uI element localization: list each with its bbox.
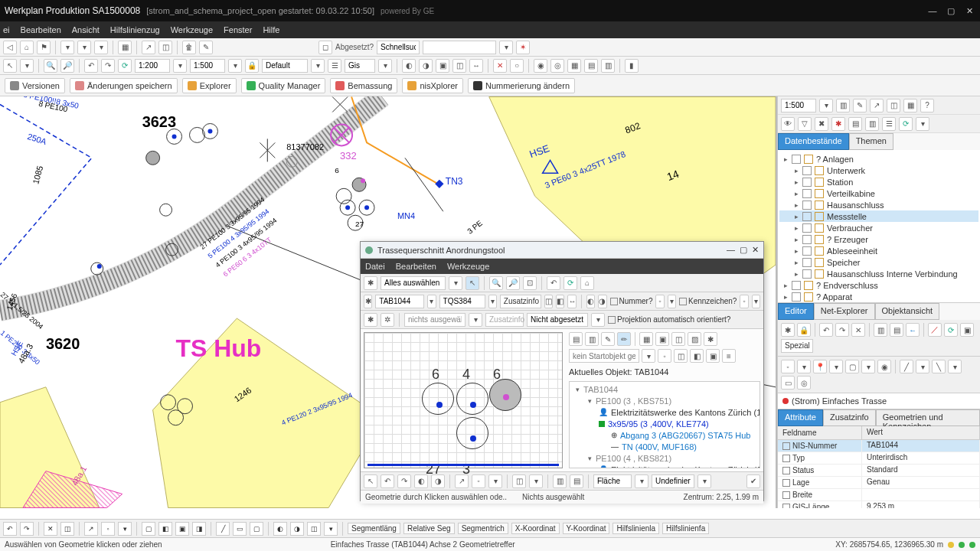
dropdown-icon[interactable]: ▾	[449, 276, 462, 290]
dialog-tree-item[interactable]: 👤Elektrizitätswerke des Kantons Zürich (…	[571, 464, 758, 468]
tool-icon[interactable]: ◦	[472, 474, 485, 488]
menu-item[interactable]: Bearbeiten	[396, 262, 436, 271]
tool-icon[interactable]: ▢	[250, 522, 263, 536]
tool-icon[interactable]: ▥	[836, 99, 850, 112]
grid-row[interactable]: NIS-NummerTAB1044	[778, 440, 980, 452]
home-icon[interactable]: ⌂	[580, 276, 594, 290]
tool-icon[interactable]: ✖	[815, 117, 828, 131]
dropdown-icon[interactable]: ▾	[427, 295, 436, 308]
help-icon[interactable]: ?	[920, 99, 934, 112]
dialog-tree-item[interactable]: 3x95/95 (3 ,400V, KLE774)	[571, 418, 758, 429]
tool-icon[interactable]: ✎	[199, 41, 213, 54]
projektion-checkbox[interactable]	[608, 316, 616, 324]
zoom-in-icon[interactable]: 🔍	[44, 59, 57, 73]
ribbon-button[interactable]: nisXplorer	[402, 78, 463, 93]
dropdown-icon[interactable]: ▾	[324, 522, 338, 536]
object-tree[interactable]: ▸? Anlagen▸Unterwerk▸Station▸Verteilkabi…	[778, 150, 980, 303]
menu-item[interactable]: Werkzeuge	[447, 262, 489, 271]
dropdown-icon[interactable]: ▾	[819, 99, 833, 112]
bb-label[interactable]: Hilfslinienla	[612, 523, 659, 534]
menu-item[interactable]: ei	[3, 25, 10, 34]
dropdown-icon[interactable]: ▾	[77, 41, 91, 54]
refresh-icon[interactable]: ⟳	[944, 323, 958, 337]
tool-icon[interactable]: ○	[510, 59, 524, 73]
lock-icon[interactable]: 🔒	[245, 59, 259, 73]
dropdown-icon[interactable]: ▾	[94, 41, 108, 54]
kennzeichen-checkbox[interactable]	[679, 298, 687, 305]
ribbon-button[interactable]: Änderungen speichern	[70, 78, 178, 93]
tool-icon[interactable]: ✕	[493, 59, 507, 73]
tool-icon[interactable]: ◎	[550, 59, 564, 73]
dropdown-icon[interactable]: ▾	[173, 59, 187, 73]
dropdown-icon[interactable]: ▾	[948, 360, 962, 373]
tool-icon[interactable]: ✎	[853, 99, 867, 112]
tool-icon[interactable]: ✎	[601, 332, 615, 346]
grid-row[interactable]: StatusStandard	[778, 465, 980, 477]
grid-header-wert[interactable]: Wert	[862, 426, 980, 439]
ribbon-button[interactable]: Explorer	[182, 78, 237, 93]
tqs-input[interactable]	[439, 295, 485, 308]
ribbon-button[interactable]: Nummerierung ändern	[468, 78, 575, 93]
tool-icon[interactable]: ◦	[655, 295, 664, 308]
zoom-out-icon[interactable]: 🔎	[60, 59, 74, 73]
tool-icon[interactable]: ◑	[598, 295, 606, 308]
tool-icon[interactable]: ▤	[569, 332, 583, 346]
tool-icon[interactable]: ◧	[690, 349, 704, 363]
tree-item[interactable]: ▸? Anlagen	[779, 153, 978, 165]
minimize-icon[interactable]: —	[727, 245, 735, 255]
menu-item[interactable]: Datei	[365, 262, 385, 271]
tree-item[interactable]: ▸Hausanschluss	[779, 199, 978, 210]
tool-icon[interactable]: ◫	[674, 349, 688, 363]
tool-icon[interactable]: ▣	[436, 59, 449, 73]
tab-datenbestaende[interactable]: Datenbestände	[778, 133, 849, 150]
redo-icon[interactable]: ↷	[101, 59, 115, 73]
tool-icon[interactable]: ◉	[534, 59, 547, 73]
refresh-icon[interactable]: ⟳	[118, 59, 132, 73]
tool-icon[interactable]: ◫	[60, 522, 74, 536]
cross-section-grid[interactable]: 6 4 6 27 3	[364, 332, 563, 468]
tree-item[interactable]: ▸Verteilkabine	[779, 187, 978, 199]
dropdown-icon[interactable]: ▾	[642, 349, 655, 363]
close-icon[interactable]: ✕	[752, 245, 759, 255]
tool-icon[interactable]: ▦	[639, 332, 653, 346]
tree-item[interactable]: ▸? Endverschluss	[779, 279, 978, 291]
tool-icon[interactable]: ↔	[567, 295, 577, 308]
tool-icon[interactable]: ▭	[233, 522, 247, 536]
ribbon-button[interactable]: Bemassung	[330, 78, 397, 93]
arrow-icon[interactable]: ↗	[142, 41, 155, 54]
dropdown-icon[interactable]: ▾	[311, 59, 325, 73]
tab-input[interactable]	[375, 295, 424, 308]
menu-icon[interactable]: ≡	[722, 349, 736, 363]
dropdown-icon[interactable]: ▾	[861, 360, 875, 373]
zusatzinfo-button[interactable]: Zusatzinfo	[500, 295, 541, 308]
maximize-icon[interactable]: ▢	[740, 245, 747, 255]
redo-icon[interactable]: ↷	[835, 323, 849, 337]
tool-icon[interactable]: ▥	[553, 474, 567, 488]
dialog-tree-item[interactable]: ▾TAB1044	[571, 383, 758, 395]
undo-icon[interactable]: ↶	[819, 323, 833, 337]
dropdown-icon[interactable]: ▾	[668, 295, 676, 308]
tree-item[interactable]: ▸? Erzeuger	[779, 233, 978, 245]
tree-item[interactable]: ▸? Apparat	[779, 291, 978, 302]
quicksearch-input[interactable]	[423, 41, 496, 54]
tool-icon[interactable]: ◦	[740, 295, 748, 308]
tool-icon[interactable]: ✱	[781, 323, 795, 337]
tool-icon[interactable]: ◨	[192, 522, 206, 536]
menu-item[interactable]: Ansicht	[72, 25, 100, 34]
tool-icon[interactable]: ◎	[797, 376, 811, 390]
tool-icon[interactable]: ▽	[798, 117, 812, 131]
layer-select[interactable]	[262, 59, 308, 73]
tool-icon[interactable]: ▢	[845, 360, 859, 373]
nichts-input[interactable]	[404, 313, 466, 327]
tool-icon[interactable]: ◐	[273, 522, 287, 536]
tree-item[interactable]: ▸Hausanschluss Interne Verbindung	[779, 268, 978, 279]
table-icon[interactable]: ▦	[118, 41, 132, 54]
flag-icon[interactable]: ⚑	[37, 41, 51, 54]
tool-icon[interactable]: ◦	[781, 360, 795, 373]
tab-themen[interactable]: Themen	[849, 133, 893, 150]
attribute-grid[interactable]: NIS-NummerTAB1044TypUnterirdischStatusSt…	[778, 440, 980, 508]
tool-icon[interactable]: ✱	[364, 313, 377, 327]
grid-row[interactable]: TypUnterirdisch	[778, 452, 980, 465]
menu-item[interactable]: Hilfe	[263, 25, 279, 34]
tool-icon[interactable]: ▭	[781, 376, 795, 390]
